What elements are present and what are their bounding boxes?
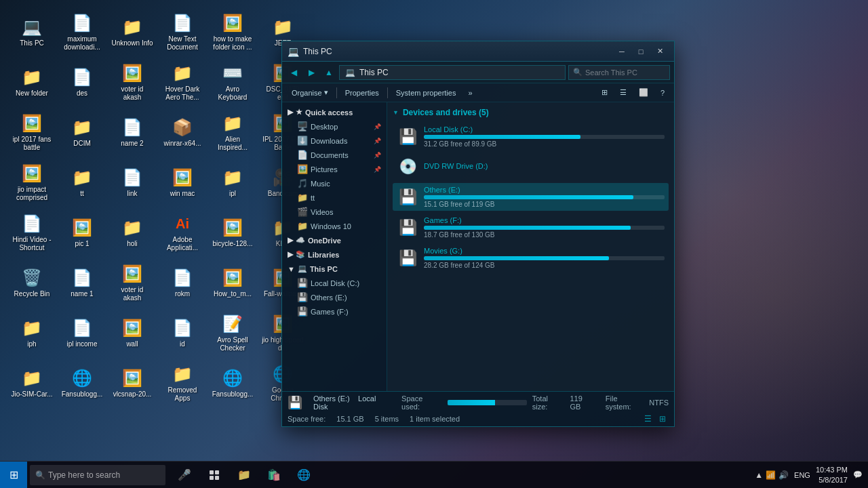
desktop-icon-jio-sim[interactable]: 📁 Jio-SIM-Car... — [8, 359, 56, 407]
onedrive-header[interactable]: ▶ ☁️ OneDrive — [282, 233, 387, 247]
sidebar-item-games-f[interactable]: 💾 Games (F:) — [282, 304, 387, 319]
up-button[interactable]: ▲ — [321, 65, 336, 80]
tray-volume-icon[interactable]: 🔊 — [778, 470, 789, 480]
notification-icon[interactable]: 💬 — [853, 470, 863, 479]
desktop-icon-removed-apps[interactable]: 📁 Removed Apps — [159, 359, 206, 407]
back-button[interactable]: ◀ — [286, 65, 301, 80]
minimize-button[interactable]: ─ — [613, 45, 631, 58]
sidebar-item-music[interactable]: 🎵 Music — [282, 176, 387, 190]
help-button[interactable]: ? — [655, 85, 670, 100]
sidebar-item-downloads[interactable]: ⬇️ Downloads 📌 — [282, 134, 387, 148]
more-button[interactable]: » — [462, 85, 477, 100]
desktop-icon-avro-keyboard[interactable]: ⌨️ Avro Keyboard — [209, 58, 256, 106]
desktop-icon-jio-impact[interactable]: 🖼️ jio impact comprised — [8, 159, 56, 206]
desktop-icon-unknown-info[interactable]: 📁 Unknown Info — [108, 8, 156, 56]
desktop-icon-tt[interactable]: 📁 tt — [58, 159, 106, 206]
desktop-icon-rokm[interactable]: 📄 rokm — [159, 259, 206, 306]
desktop-icon-fansublog2[interactable]: 🌐 Fansublogg... — [209, 359, 256, 407]
start-button[interactable]: ⊞ — [0, 462, 27, 489]
desktop-icon-hindi-video[interactable]: 📄 Hindi Video - Shortcut — [8, 209, 56, 256]
desktop-icon-voter-id2[interactable]: 🖼️ voter id akash — [108, 259, 156, 306]
taskbar-file-explorer-button[interactable]: 📁 — [231, 462, 258, 489]
desktop-icon-this-pc[interactable]: 💻 This PC — [8, 8, 56, 56]
desktop-icon-ipl2[interactable]: 📁 ipl — [209, 159, 256, 206]
sidebar-item-others-e[interactable]: 💾 Others (E:) — [282, 290, 387, 304]
sidebar-item-local-disk-c[interactable]: 💾 Local Disk (C:) — [282, 276, 387, 290]
taskbar-cortana-button[interactable]: 🎤 — [171, 462, 198, 489]
list-view-icon[interactable]: ☰ — [642, 413, 654, 425]
maximize-button[interactable]: □ — [632, 45, 650, 58]
taskbar-chrome-button[interactable]: 🌐 — [290, 462, 317, 489]
taskbar-clock[interactable]: 10:43 PM 5/8/2017 — [816, 465, 848, 485]
sidebar-item-tt[interactable]: 📁 tt — [282, 190, 387, 205]
this-pc-sidebar-header[interactable]: ▼ 💻 This PC — [282, 262, 387, 276]
search-box[interactable]: 🔍 Search This PC — [568, 65, 670, 80]
desktop-icon-fansublog[interactable]: 🌐 Fansublogg... — [58, 359, 106, 407]
drive-grid: 💾 Local Disk (C:) 31.2 GB free of 89.9 G… — [393, 123, 669, 272]
videos-sidebar-icon: 🎬 — [297, 207, 308, 217]
desktop-icon-adobe[interactable]: Ai Adobe Applicati... — [159, 209, 206, 256]
desktop-icon-voter-id[interactable]: 🖼️ voter id akash — [108, 58, 156, 106]
desktop-icon-iph[interactable]: 📁 iph — [8, 309, 56, 357]
sidebar-item-pictures[interactable]: 🖼️ Pictures 📌 — [282, 162, 387, 176]
sidebar-item-videos[interactable]: 🎬 Videos — [282, 205, 387, 219]
sidebar-item-windows10[interactable]: 📁 Windows 10 — [282, 219, 387, 233]
taskbar-store-button[interactable]: 🛍️ — [260, 462, 288, 489]
desktop-icon-how-to-make[interactable]: 🖼️ how to make folder icon ... — [209, 8, 256, 56]
drive-item-e[interactable]: 💾 Others (E:) 15.1 GB free of 119 GB — [393, 183, 669, 211]
desktop-icon-bicycle[interactable]: 🖼️ bicycle-128... — [209, 209, 256, 256]
desktop-icon-hover-dark[interactable]: 📁 Hover Dark Aero The... — [159, 58, 206, 106]
desktop-icon-recycle-bin[interactable]: 🗑️ Recycle Bin — [8, 259, 56, 306]
system-properties-button[interactable]: System properties — [391, 85, 462, 100]
sidebar-item-desktop[interactable]: 🖥️ Desktop 📌 — [282, 119, 387, 134]
new-text-icon: 📄 — [172, 12, 193, 34]
tray-arrow-icon[interactable]: ▲ — [755, 470, 763, 480]
language-indicator[interactable]: ENG — [794, 471, 810, 479]
desktop-icon-winrar[interactable]: 📦 winrar-x64... — [159, 108, 206, 156]
desktop-icon-alien[interactable]: 📁 Alien Inspired... — [209, 108, 256, 156]
drive-item-f[interactable]: 💾 Games (F:) 18.7 GB free of 130 GB — [393, 214, 669, 241]
organise-button[interactable]: Organise ▾ — [286, 85, 334, 100]
drive-item-c[interactable]: 💾 Local Disk (C:) 31.2 GB free of 89.9 G… — [393, 123, 669, 150]
libraries-folder-icon: 📚 — [296, 250, 305, 259]
forward-button[interactable]: ▶ — [304, 65, 319, 80]
local-disk-c-label: Local Disk (C:) — [311, 279, 359, 287]
preview-button[interactable]: ⬜ — [633, 85, 654, 100]
desktop-icon-how-to-m[interactable]: 🖼️ How_to_m... — [209, 259, 256, 306]
tray-icons: ▲ 📶 🔊 — [755, 470, 789, 480]
quick-access-header[interactable]: ▶ ★ Quick access — [282, 105, 387, 119]
downloads-sidebar-icon: ⬇️ — [297, 136, 308, 146]
desktop-icon-avro-spell[interactable]: 📝 Avro Spell Checker — [209, 309, 256, 357]
toolbar-right: ⊞ ☰ ⬜ ? — [596, 85, 670, 100]
properties-button[interactable]: Properties — [340, 85, 384, 100]
desktop-icon-name1[interactable]: 📄 name 1 — [58, 259, 106, 306]
close-button[interactable]: ✕ — [651, 45, 669, 58]
view-details-button[interactable]: ☰ — [614, 85, 632, 100]
desktop-icon-link[interactable]: 📄 link — [108, 159, 156, 206]
grid-view-icon[interactable]: ⊞ — [656, 413, 669, 425]
desktop-icon-new-folder[interactable]: 📁 New folder — [8, 58, 56, 106]
drive-item-d[interactable]: 💿 DVD RW Drive (D:) — [393, 153, 669, 180]
desktop-icon-holi[interactable]: 📁 holi — [108, 209, 156, 256]
drive-f-name: Games (F:) — [424, 216, 665, 224]
view-change-button[interactable]: ⊞ — [596, 85, 613, 100]
desktop-icon-pic1[interactable]: 🖼️ pic 1 — [58, 209, 106, 256]
desktop-icon-ipl-income[interactable]: 📄 ipl income — [58, 309, 106, 357]
desktop-icon-vlcsnap[interactable]: 🖼️ vlcsnap-20... — [108, 359, 156, 407]
taskbar-task-view-button[interactable] — [201, 462, 228, 489]
desktop-icon-dcim[interactable]: 📁 DCIM — [58, 108, 106, 156]
sidebar-item-documents[interactable]: 📄 Documents 📌 — [282, 148, 387, 162]
tray-network-icon[interactable]: 📶 — [766, 470, 776, 480]
desktop-icon-id[interactable]: 📄 id — [159, 309, 206, 357]
desktop-icon-maximum[interactable]: 📄 maximum downloadi... — [58, 8, 106, 56]
address-path[interactable]: 💻 This PC — [339, 65, 566, 80]
drive-item-g[interactable]: 💾 Movies (G:) 28.2 GB free of 124 GB — [393, 244, 669, 272]
desktop-icon-win-mac[interactable]: 🖼️ win mac — [159, 159, 206, 206]
libraries-header[interactable]: ▶ 📚 Libraries — [282, 247, 387, 262]
desktop-icon-ipl-fans[interactable]: 🖼️ ipl 2017 fans battle — [8, 108, 56, 156]
taskbar-search[interactable]: 🔍 Type here to search — [30, 465, 165, 485]
desktop-icon-des[interactable]: 📄 des — [58, 58, 106, 106]
desktop-icon-new-text[interactable]: 📄 New Text Document — [159, 8, 206, 56]
desktop-icon-wall[interactable]: 🖼️ wall — [108, 309, 156, 357]
desktop-icon-name2[interactable]: 📄 name 2 — [108, 108, 156, 156]
